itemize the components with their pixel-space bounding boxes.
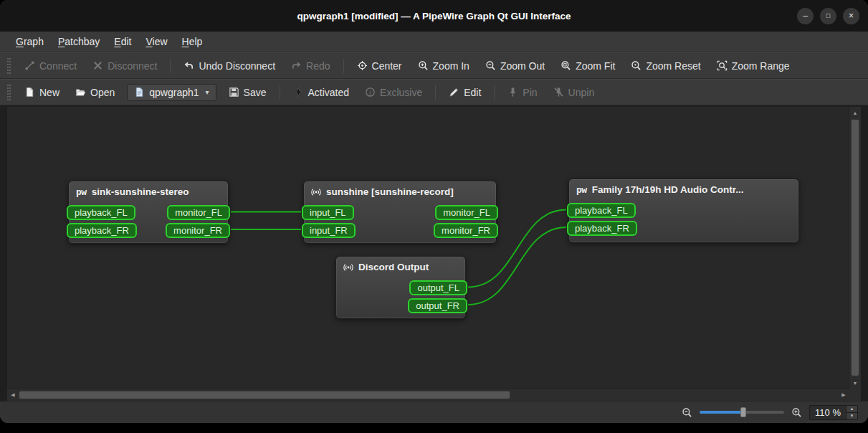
button-label: Zoom In bbox=[433, 60, 469, 72]
zoom-out-button[interactable]: Zoom Out bbox=[479, 57, 551, 75]
scroll-right-icon[interactable]: ▶ bbox=[838, 389, 849, 401]
zoom-reset-icon bbox=[631, 60, 642, 71]
zoom-slider[interactable] bbox=[700, 406, 784, 419]
button-label: Connect bbox=[39, 60, 77, 72]
zoom-spinbox[interactable]: 110 % ▲ ▼ bbox=[809, 405, 858, 420]
menubar: GraphPatchbayEditViewHelp bbox=[0, 32, 868, 52]
input-port[interactable]: input_FR bbox=[302, 223, 356, 238]
input-port[interactable]: playback_FR bbox=[67, 223, 137, 238]
new-button[interactable]: New bbox=[18, 84, 66, 101]
zoom-range-button[interactable]: Zoom Range bbox=[710, 57, 796, 75]
new-icon bbox=[24, 87, 35, 97]
menu-patchbay[interactable]: Patchbay bbox=[51, 33, 107, 50]
menu-view[interactable]: View bbox=[138, 33, 174, 50]
input-port[interactable]: input_FL bbox=[302, 205, 354, 220]
redo-icon bbox=[291, 60, 302, 71]
wire-layer bbox=[7, 107, 849, 389]
unpin-button[interactable]: Unpin bbox=[547, 84, 601, 101]
graph-canvas[interactable]: pwsink-sunshine-stereoplayback_FLplaybac… bbox=[7, 107, 849, 389]
output-port[interactable]: output_FL bbox=[409, 280, 467, 295]
zoom-out-icon[interactable] bbox=[682, 407, 692, 418]
output-port[interactable]: output_FR bbox=[408, 298, 467, 313]
zoom-increment-button[interactable]: ▲ bbox=[846, 406, 857, 413]
button-label: Redo bbox=[306, 60, 330, 72]
output-port[interactable]: monitor_FR bbox=[434, 223, 498, 238]
window-title: qpwgraph1 [modified] — A PipeWire Graph … bbox=[0, 11, 868, 22]
zoom-slider-handle[interactable] bbox=[740, 407, 746, 417]
patchbay-file-selector[interactable]: qpwgraph1▾ bbox=[127, 84, 216, 101]
node-title-text: sunshine [sunshine-record] bbox=[326, 186, 454, 197]
menu-mnemonic: G bbox=[16, 36, 24, 47]
graph-node-discord-output[interactable]: Discord Outputoutput_FLoutput_FR bbox=[335, 256, 466, 319]
input-port[interactable]: playback_FL bbox=[67, 205, 135, 220]
graph-node-sunshine-sunshine-record[interactable]: sunshine [sunshine-record]input_FLinput_… bbox=[303, 181, 497, 244]
zoom-in-button[interactable]: Zoom In bbox=[411, 57, 476, 75]
button-label: Edit bbox=[464, 87, 481, 98]
horizontal-scrollbar[interactable]: ◀ ▶ bbox=[7, 389, 849, 401]
patchbay-file-icon bbox=[134, 87, 145, 97]
undo-disconnect-button[interactable]: Undo Disconnect bbox=[177, 57, 282, 75]
menu-edit[interactable]: Edit bbox=[107, 33, 138, 50]
disconnect-button[interactable]: Disconnect bbox=[86, 57, 163, 75]
button-label: Pin bbox=[523, 87, 537, 98]
scroll-down-icon[interactable]: ▼ bbox=[849, 377, 861, 389]
disconnect-icon bbox=[92, 60, 103, 71]
button-label: Save bbox=[244, 87, 267, 98]
exclusive-button[interactable]: fExclusive bbox=[358, 84, 429, 101]
scroll-left-icon[interactable]: ◀ bbox=[7, 389, 19, 401]
window-controls: – □ × bbox=[797, 0, 859, 32]
input-port[interactable]: playback_FL bbox=[567, 203, 636, 218]
button-label: Center bbox=[372, 60, 402, 72]
menu-help[interactable]: Help bbox=[175, 33, 210, 50]
zoom-reset-button[interactable]: Zoom Reset bbox=[624, 57, 707, 75]
toolbar-separator bbox=[280, 85, 280, 100]
save-button[interactable]: Save bbox=[222, 84, 273, 101]
zoom-in-icon[interactable] bbox=[791, 407, 802, 418]
zoom-fit-button[interactable]: Zoom Fit bbox=[554, 57, 621, 75]
menu-graph[interactable]: Graph bbox=[9, 33, 51, 50]
open-button[interactable]: Open bbox=[69, 84, 121, 101]
edit-button[interactable]: Edit bbox=[442, 84, 487, 101]
connect-icon bbox=[24, 60, 35, 71]
button-label: Exclusive bbox=[380, 87, 422, 98]
zoom-fit-icon bbox=[561, 60, 571, 71]
center-button[interactable]: Center bbox=[350, 57, 409, 75]
button-label: Unpin bbox=[568, 87, 595, 98]
graph-node-family-17h-19h-hd-audio-contr[interactable]: pwFamily 17h/19h HD Audio Contr...playba… bbox=[568, 179, 799, 243]
zoom-spin-buttons: ▲ ▼ bbox=[846, 406, 857, 419]
button-label: Zoom Reset bbox=[646, 60, 700, 72]
redo-button[interactable]: Redo bbox=[285, 57, 336, 75]
maximize-icon: □ bbox=[826, 12, 830, 19]
output-port[interactable]: monitor_FL bbox=[435, 205, 498, 220]
toolbar-drag-handle[interactable] bbox=[7, 85, 11, 100]
toolbar-file: NewOpenqpwgraph1▾SaveActivatedfExclusive… bbox=[0, 79, 868, 105]
toolbar-drag-handle[interactable] bbox=[7, 58, 11, 74]
minimize-button[interactable]: – bbox=[797, 8, 814, 24]
menu-mnemonic: H bbox=[182, 36, 189, 47]
horizontal-scroll-thumb[interactable] bbox=[19, 391, 510, 399]
button-label: Zoom Range bbox=[732, 60, 790, 72]
connect-button[interactable]: Connect bbox=[18, 57, 83, 75]
activated-button[interactable]: Activated bbox=[287, 84, 356, 101]
vertical-scrollbar[interactable]: ▲ ▼ bbox=[849, 107, 861, 389]
maximize-button[interactable]: □ bbox=[820, 8, 836, 24]
vertical-scroll-thumb[interactable] bbox=[851, 119, 859, 376]
button-label: Open bbox=[90, 87, 115, 98]
open-icon bbox=[75, 87, 86, 97]
input-port[interactable]: playback_FR bbox=[567, 221, 637, 236]
graph-workarea: pwsink-sunshine-stereoplayback_FLplaybac… bbox=[0, 105, 868, 401]
statusbar: 110 % ▲ ▼ bbox=[0, 401, 868, 423]
node-title-text: sink-sunshine-stereo bbox=[92, 186, 189, 197]
scroll-up-icon[interactable]: ▲ bbox=[849, 107, 861, 118]
node-title-text: Discord Output bbox=[358, 262, 429, 272]
titlebar[interactable]: qpwgraph1 [modified] — A PipeWire Graph … bbox=[0, 0, 868, 32]
pipewire-icon: pw bbox=[576, 185, 587, 194]
zoom-decrement-button[interactable]: ▼ bbox=[846, 413, 857, 419]
pin-button[interactable]: Pin bbox=[501, 84, 543, 101]
output-port[interactable]: monitor_FR bbox=[166, 223, 230, 238]
zoom-range-icon bbox=[717, 60, 728, 71]
output-port[interactable]: monitor_FL bbox=[167, 205, 230, 220]
svg-text:f: f bbox=[369, 89, 372, 96]
graph-node-sink-sunshine-stereo[interactable]: pwsink-sunshine-stereoplayback_FLplaybac… bbox=[68, 181, 229, 244]
close-button[interactable]: × bbox=[843, 8, 859, 24]
